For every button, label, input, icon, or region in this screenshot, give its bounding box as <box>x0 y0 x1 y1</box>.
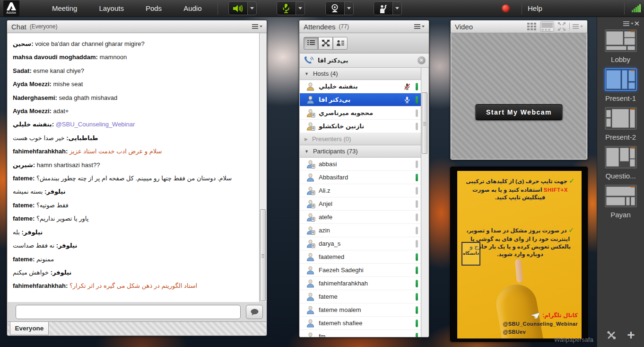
menu-layouts[interactable]: Layouts <box>88 0 135 16</box>
manage-layouts-icon[interactable] <box>606 330 617 340</box>
adobe-logo[interactable]: Adobe <box>3 0 19 17</box>
attendee-group-hosts[interactable]: ▼Hosts (4) <box>300 68 422 80</box>
attendee-row[interactable]: faatemed <box>300 250 422 264</box>
attendee-row[interactable]: بی‌دکتر اقا <box>300 93 422 107</box>
chat-message: نیلوفر: بسته نمیشه <box>13 185 257 198</box>
chat-tabs-row: Everyone <box>8 321 266 335</box>
attendee-row[interactable]: fm <box>300 330 422 338</box>
chat-message: fateme: فقط صوتیه؟ <box>13 199 257 212</box>
attendee-row[interactable]: نازنین خانکشلو <box>300 120 422 133</box>
chat-message: fateme: پاور یا تصویر نداریم؟ <box>13 212 257 225</box>
user-mobile-icon <box>306 187 319 195</box>
grid-view-icon[interactable] <box>527 22 537 31</box>
layout-thumb-lobby[interactable]: Lobby <box>597 29 644 63</box>
chat-scrollbar[interactable] <box>259 33 266 303</box>
chat-pod-header: Chat (Everyone) <box>7 20 267 33</box>
microphone-button[interactable] <box>277 1 296 15</box>
layout-list: LobbyPresent-1Present-2Questio...Payan <box>597 29 644 219</box>
attendee-name: fahimehfarahkhah <box>319 280 368 287</box>
chat-message-text: استاد الگوریتم در ذهن شکل می گیره در اثر… <box>68 282 197 289</box>
attendee-name: abbasi <box>319 160 337 168</box>
raise-hand-button[interactable] <box>374 1 393 15</box>
chat-input[interactable] <box>16 305 241 319</box>
list-view-icon <box>307 40 315 46</box>
attendee-name: Faezeh Sadeghi <box>319 267 364 274</box>
microphone-dropdown[interactable] <box>296 1 305 15</box>
attendee-row[interactable]: fateme <box>300 290 422 303</box>
attendees-pod-menu-icon[interactable] <box>414 24 425 29</box>
attendee-name: Abbasifard <box>319 174 348 181</box>
chat-message-sender: سحین: <box>13 40 34 47</box>
layout-thumb-payan[interactable]: Payan <box>597 185 644 219</box>
attendee-group-participants[interactable]: ▼Participants (73) <box>300 145 422 158</box>
attendee-row[interactable]: Anjel <box>300 197 422 211</box>
attendee-row[interactable]: Faezeh Sadeghi <box>300 264 422 277</box>
chat-message-sender: نیلوفر: <box>22 229 43 236</box>
attendee-row[interactable]: محجوبه میرناصري <box>300 107 422 120</box>
layout-thumb-present-2[interactable]: Present-2 <box>597 107 644 141</box>
attendee-row[interactable]: atefe <box>300 211 422 224</box>
help-menu[interactable]: Help <box>528 4 542 12</box>
user-mobile-icon <box>306 160 319 169</box>
recording-indicator-icon[interactable] <box>502 5 509 12</box>
attendee-row[interactable]: fatemeh shafiee <box>300 317 422 330</box>
webcam-button-group <box>325 1 354 15</box>
attendee-row[interactable]: بنفشه خلیلي <box>300 80 422 93</box>
chat-message-sender: Ayda Moezzi: <box>13 80 52 88</box>
attendee-row[interactable]: fateme moalem <box>300 303 422 317</box>
chat-message-link[interactable]: @SBU_Counseling_Webinar <box>54 121 135 128</box>
menu-meeting[interactable]: Meeting <box>41 0 88 16</box>
layout-thumb-questio-[interactable]: Questio... <box>597 146 644 180</box>
user-icon <box>306 279 319 288</box>
layout-thumb-present-1[interactable]: Present-1 <box>597 68 644 102</box>
phone-attendee-row[interactable]: بی‌دکتر اقا ✕ <box>300 53 429 68</box>
connection-status-bar <box>416 320 418 327</box>
close-circle-icon[interactable]: ✕ <box>418 56 426 64</box>
user-mobile-icon <box>306 240 319 248</box>
attendee-row[interactable]: azin <box>300 224 422 237</box>
attendee-name: نازنین خانکشلو <box>319 123 364 130</box>
chat-message-sender: نیلوفر: <box>56 242 78 249</box>
speaker-dropdown[interactable] <box>248 1 257 15</box>
telegram-plane-icon <box>531 312 540 319</box>
raise-hand-dropdown[interactable] <box>393 1 402 15</box>
add-layout-icon[interactable]: + <box>627 330 635 340</box>
menu-audio[interactable]: Audio <box>173 0 212 16</box>
close-icon[interactable]: ✕ <box>634 21 640 27</box>
header-separator <box>569 23 570 30</box>
breakout-view-button[interactable] <box>318 37 333 50</box>
webcam-dropdown[interactable] <box>345 1 354 15</box>
video-pod-menu-icon[interactable] <box>573 24 583 29</box>
list-view-button[interactable] <box>304 37 318 50</box>
start-webcam-button[interactable]: Start My Webcam <box>475 104 563 120</box>
layouts-panel-menu-icon[interactable] <box>623 21 634 26</box>
attendee-group-presenters[interactable]: ▶Presenters (0) <box>300 133 422 145</box>
video-pod-title: Video <box>455 23 473 31</box>
attendee-status-view-button[interactable] <box>333 37 348 50</box>
filmstrip-view-icon[interactable] <box>540 21 554 32</box>
attendee-row[interactable]: Ali.z <box>300 184 422 197</box>
speaker-button[interactable] <box>228 1 248 15</box>
webcam-button[interactable] <box>325 1 345 15</box>
attendees-scrollbar[interactable] <box>421 68 428 338</box>
attendees-scrollbar-thumb[interactable] <box>422 92 427 154</box>
attendee-row[interactable]: darya_s <box>300 237 422 250</box>
send-message-button[interactable] <box>246 305 263 319</box>
adobe-a-icon <box>6 2 17 10</box>
user-mobile-icon <box>306 226 319 235</box>
menu-pods[interactable]: Pods <box>135 0 173 16</box>
attendee-row[interactable]: fahimehfarahkhah <box>300 277 422 290</box>
chat-message-text: پاور یا تصویر نداریم؟ <box>35 215 88 222</box>
tab-everyone[interactable]: Everyone <box>10 322 49 335</box>
host-mobile-icon <box>306 122 319 131</box>
attendee-row[interactable]: abbasi <box>300 158 422 171</box>
chat-pod-menu-icon[interactable] <box>252 24 262 29</box>
chat-message: fateme: سلام. دوستان من فقط چتها رو میبی… <box>13 172 257 185</box>
host-icon <box>306 82 319 91</box>
attendee-row[interactable]: Abbasifard <box>300 171 422 184</box>
chat-scrollbar-thumb[interactable] <box>260 209 266 301</box>
attendee-name: fateme <box>319 293 338 300</box>
fullscreen-icon[interactable] <box>557 22 566 31</box>
microphone-muted-icon <box>403 83 413 90</box>
signal-strength-icon[interactable] <box>632 4 642 14</box>
